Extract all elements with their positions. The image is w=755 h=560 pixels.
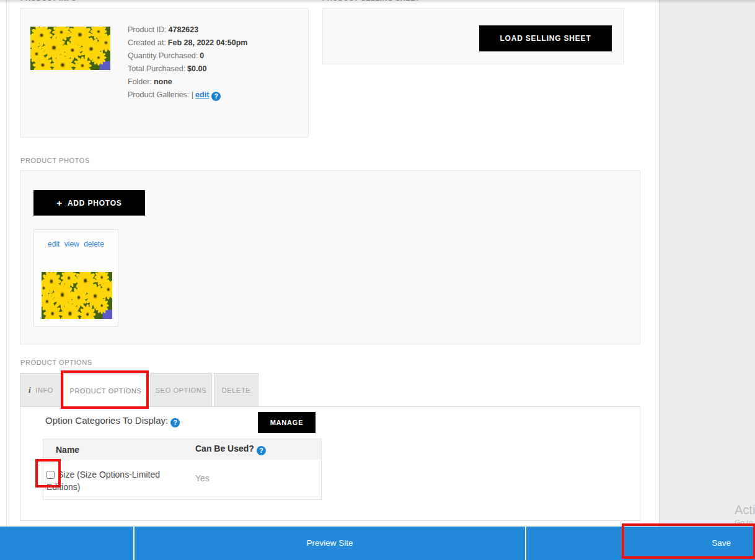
- tab-info-label: INFO: [35, 387, 53, 394]
- can-be-used-cell: Yes: [195, 460, 210, 499]
- load-selling-sheet-button[interactable]: LOAD SELLING SHEET: [479, 25, 612, 51]
- created-at-field: Created at:Feb 28, 2022 04:50pm: [128, 37, 247, 50]
- option-categories-table: Name Can Be Used?? Size (Size Options-Li…: [43, 439, 322, 500]
- product-options-section-label: PRODUCT OPTIONS: [20, 359, 92, 366]
- activate-windows-watermark: Activ: [735, 503, 755, 517]
- product-id-field: Product ID:4782623: [128, 24, 247, 37]
- product-id-label: Product ID:: [128, 25, 167, 34]
- photo-edit-link[interactable]: edit: [48, 240, 60, 248]
- top-shadow: [0, 0, 755, 4]
- created-at-label: Created at:: [128, 38, 166, 47]
- manage-button[interactable]: MANAGE: [258, 412, 316, 433]
- product-edit-page: PRODUCT INFO PRODUCT SELLING SHEET Produ…: [0, 0, 755, 560]
- plus-icon: +: [56, 198, 63, 208]
- created-at-value: Feb 28, 2022 04:50pm: [168, 38, 248, 47]
- info-icon: i: [29, 385, 31, 395]
- product-photos-section-label: PRODUCT PHOTOS: [20, 157, 90, 164]
- quantity-purchased-label: Quantity Purchased:: [128, 51, 198, 60]
- option-categories-label: Option Categories To Display:?: [45, 415, 180, 427]
- galleries-help-icon[interactable]: ?: [211, 92, 221, 101]
- left-rail-border: [6, 0, 7, 527]
- total-purchased-field: Total Purchased:$0.00: [128, 63, 247, 76]
- tab-product-options-label: PRODUCT OPTIONS: [70, 387, 142, 395]
- total-purchased-label: Total Purchased:: [128, 64, 185, 73]
- folder-field: Folder:none: [128, 76, 247, 89]
- photo-card-actions: edit view delete: [34, 240, 118, 248]
- photo-view-link[interactable]: view: [64, 240, 79, 248]
- product-thumbnail-image: [30, 27, 110, 70]
- name-column-header: Name: [43, 445, 195, 455]
- product-photos-panel: +ADD PHOTOS edit view delete: [20, 170, 640, 344]
- save-button[interactable]: Save: [526, 527, 731, 560]
- tab-seo-options[interactable]: SEO OPTIONS: [150, 373, 212, 407]
- option-category-name-cell: Size (Size Options-Limited Editions): [43, 460, 195, 499]
- edit-galleries-link[interactable]: edit: [195, 90, 209, 99]
- quantity-purchased-value: 0: [200, 51, 204, 60]
- product-info-fields: Product ID:4782623 Created at:Feb 28, 20…: [128, 24, 247, 102]
- can-be-used-column-header: Can Be Used??: [195, 444, 266, 455]
- product-info-panel: Product ID:4782623 Created at:Feb 28, 20…: [20, 8, 309, 138]
- folder-value: none: [154, 77, 172, 86]
- option-category-name: Size (Size Options-Limited Editions): [46, 470, 160, 492]
- table-header-row: Name Can Be Used??: [43, 439, 321, 460]
- activate-windows-watermark-line2: Go to: [735, 518, 753, 527]
- tab-delete-label: DELETE: [222, 387, 250, 394]
- folder-label: Folder:: [128, 77, 152, 86]
- photo-card-thumbnail[interactable]: [42, 272, 112, 319]
- total-purchased-value: $0.00: [187, 64, 206, 73]
- tab-seo-options-label: SEO OPTIONS: [156, 387, 206, 394]
- photo-delete-link[interactable]: delete: [84, 240, 104, 248]
- right-side-panel: [659, 0, 755, 527]
- size-option-checkbox[interactable]: [46, 471, 55, 479]
- product-id-value: 4782623: [169, 25, 199, 34]
- preview-site-button[interactable]: Preview Site: [135, 527, 525, 560]
- tab-delete[interactable]: DELETE: [214, 373, 258, 407]
- product-galleries-field: Product Galleries: |edit?: [128, 89, 247, 102]
- tab-product-options[interactable]: PRODUCT OPTIONS: [63, 373, 148, 408]
- categories-help-icon[interactable]: ?: [170, 418, 180, 427]
- bottom-action-bar: Preview Site Save: [0, 527, 755, 560]
- product-options-tab-content: Option Categories To Display:? MANAGE Na…: [20, 406, 640, 521]
- can-be-used-help-icon[interactable]: ?: [257, 446, 266, 455]
- product-galleries-label: Product Galleries: |: [128, 90, 193, 99]
- add-photos-button[interactable]: +ADD PHOTOS: [33, 190, 145, 216]
- table-row: Size (Size Options-Limited Editions) Yes: [43, 460, 321, 499]
- quantity-purchased-field: Quantity Purchased:0: [128, 50, 247, 63]
- selling-sheet-panel: LOAD SELLING SHEET: [322, 8, 624, 64]
- tab-info[interactable]: i INFO: [20, 373, 62, 407]
- photo-card: edit view delete: [33, 229, 118, 327]
- add-photos-label: ADD PHOTOS: [68, 199, 122, 208]
